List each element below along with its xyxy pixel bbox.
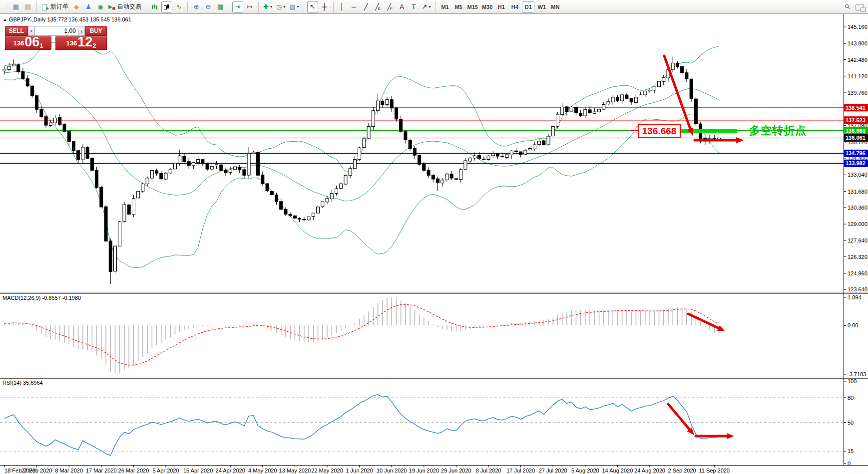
arrows-tool-button[interactable]: ↗▾ — [421, 1, 433, 12]
buy-price[interactable]: 136 12 2 — [55, 36, 107, 50]
crosshair-tool-button[interactable]: ┼ — [319, 1, 330, 12]
autotrading-label: 自动交易 — [117, 2, 141, 11]
panel-collapse-icon[interactable]: ▲ — [3, 17, 7, 22]
price-tick-label: 130.360 — [848, 205, 868, 211]
sell-price[interactable]: 136 06 1 — [5, 36, 51, 50]
timeframe-m30-button[interactable]: M30 — [480, 1, 494, 12]
macd-axis-label: 0.00 — [848, 322, 858, 328]
price-tick-label: 123.640 — [848, 286, 868, 292]
zoom-in-button[interactable]: ⊕ — [191, 1, 202, 12]
timeframe-h4-button[interactable]: H4 — [508, 1, 521, 12]
bar-chart-mode-button[interactable] — [149, 1, 160, 12]
tile-windows-button[interactable]: ▦ — [215, 1, 226, 12]
volume-input[interactable] — [35, 26, 78, 36]
metaeditor-button[interactable]: ◆ — [71, 1, 82, 12]
date-tick-label: 14 Aug 2020 — [602, 468, 633, 474]
text-tool-button[interactable]: A — [397, 1, 408, 12]
search-icon: ⚲ — [844, 3, 852, 11]
price-tick-label: 129.000 — [848, 221, 868, 227]
signals-icon: ◉ — [97, 3, 103, 10]
vertical-line-tool-button[interactable]: │ — [337, 1, 348, 12]
autotrading-button[interactable]: 自动交易 — [107, 1, 143, 12]
timeframe-mn-button[interactable]: MN — [549, 1, 561, 12]
dropdown-caret-icon: ▾ — [429, 4, 431, 9]
autotrading-icon — [108, 3, 115, 10]
date-tick-label: 1 Jun 2020 — [346, 468, 373, 474]
timeframe-h1-button[interactable]: H1 — [495, 1, 507, 12]
signals-button[interactable]: ◉ — [95, 1, 106, 12]
periods-icon: ◷ — [276, 3, 282, 10]
date-tick-label: 2 Sep 2020 — [668, 468, 696, 474]
price-badge-text: 136.668 — [846, 128, 866, 134]
line-chart-mode-icon: ∿ — [176, 3, 182, 10]
symbol-ohlc-line: ▲GBPJPY-,Daily 135.772 136.453 135.545 1… — [3, 16, 131, 22]
timeframe-m1-button[interactable]: M1 — [439, 1, 451, 12]
tool-letter-label: E — [378, 6, 381, 11]
toolbar-separator — [258, 2, 259, 12]
cursor-tool-icon: ↖ — [310, 3, 315, 10]
price-tick-label: 142.480 — [848, 57, 868, 63]
trendline-tool-button[interactable]: ╱ — [361, 1, 372, 12]
date-tick-label: 24 Apr 2020 — [216, 468, 245, 474]
chat-button[interactable] — [854, 1, 866, 12]
date-tick-label: 8 Jul 2020 — [476, 468, 501, 474]
text-label-tool-icon: T — [412, 3, 416, 10]
timeframe-d1-button[interactable]: D1 — [522, 1, 534, 12]
profiles-icon: ▤ — [25, 3, 31, 10]
toolbar-separator — [333, 2, 334, 12]
trendline-tool-icon: ╱ — [364, 3, 368, 10]
strategy-tester-icon: ♟ — [85, 3, 91, 10]
bar-chart-mode-icon — [151, 3, 158, 10]
rsi-indicator-label: RSI(14) 35.6964 — [2, 380, 43, 386]
text-tool-icon: A — [400, 3, 404, 10]
macd-axis-label: -3.7183 — [848, 371, 866, 377]
price-note-text: 136.668 — [642, 126, 677, 136]
price-tick-label: 133.040 — [848, 172, 868, 178]
timeframe-m15-button[interactable]: M15 — [466, 1, 479, 12]
date-tick-label: 5 Aug 2020 — [571, 468, 599, 474]
chart-shift-icon: ↦ — [247, 3, 253, 10]
rsi-axis-label: 0 — [848, 461, 851, 467]
metaeditor-icon: ◆ — [74, 3, 79, 10]
price-badge-text: 134.796 — [846, 150, 866, 156]
price-tick-label: 131.680 — [848, 189, 868, 195]
fibonacci-tool-button[interactable]: ╱F — [385, 1, 396, 12]
main-toolbar: ⋮▦▤新订单◆♟◉自动交易∿⊕⊖▦⇥↦✚▾◷▾▧▾↖┼│─╱╱E╱FAT↗▾M1… — [0, 0, 868, 14]
cursor-tool-button[interactable]: ↖ — [307, 1, 318, 12]
chart-shift-button[interactable]: ↦ — [244, 1, 255, 12]
profiles-button[interactable]: ▤ — [22, 1, 33, 12]
horizontal-line-tool-button[interactable]: ─ — [349, 1, 360, 12]
date-tick-label: 8 Mar 2020 — [55, 468, 83, 474]
new-order-icon — [41, 3, 48, 10]
sell-price-sup: 1 — [39, 42, 43, 49]
auto-scroll-button[interactable]: ⇥ — [232, 1, 243, 12]
sell-price-big: 06 — [24, 36, 39, 49]
zoom-out-button[interactable]: ⊖ — [203, 1, 214, 12]
price-badge-text: 137.523 — [846, 117, 866, 123]
candlestick-mode-icon — [163, 3, 170, 10]
dropdown-caret-icon: ▾ — [283, 4, 285, 9]
templates-button[interactable]: ▧▾ — [288, 1, 300, 12]
date-tick-label: 17 Jul 2020 — [506, 468, 535, 474]
date-tick-label: 24 Aug 2020 — [634, 468, 665, 474]
one-click-trade-panel: SELL ▼ ▲ BUY 136 06 1 136 12 2 — [5, 26, 107, 50]
new-order-button[interactable]: 新订单 — [40, 1, 70, 12]
equidistant-channel-tool-button[interactable]: ╱E — [373, 1, 384, 12]
text-label-tool-button[interactable]: T — [409, 1, 420, 12]
rsi-axis-label: 50 — [848, 420, 854, 426]
candlestick-mode-button[interactable] — [161, 1, 172, 12]
search-button[interactable]: ⚲ — [842, 1, 853, 12]
date-tick-label: 4 May 2020 — [248, 468, 277, 474]
price-tick-label: 124.960 — [848, 270, 868, 276]
new-chart-window-button[interactable]: ▦ — [10, 1, 21, 12]
timeframe-w1-button[interactable]: W1 — [535, 1, 548, 12]
timeframe-m5-button[interactable]: M5 — [452, 1, 465, 12]
chart-canvas[interactable]: 136.668多空转折点145.160143.800142.480141.120… — [0, 14, 868, 474]
price-badge-text: 138.541 — [846, 105, 866, 111]
strategy-tester-button[interactable]: ♟ — [83, 1, 94, 12]
price-tick-label: 127.640 — [848, 237, 868, 243]
periods-button[interactable]: ◷▾ — [275, 1, 287, 12]
indicators-button[interactable]: ✚▾ — [262, 1, 274, 12]
toolbar-separator — [146, 2, 146, 12]
line-chart-mode-button[interactable]: ∿ — [173, 1, 184, 12]
